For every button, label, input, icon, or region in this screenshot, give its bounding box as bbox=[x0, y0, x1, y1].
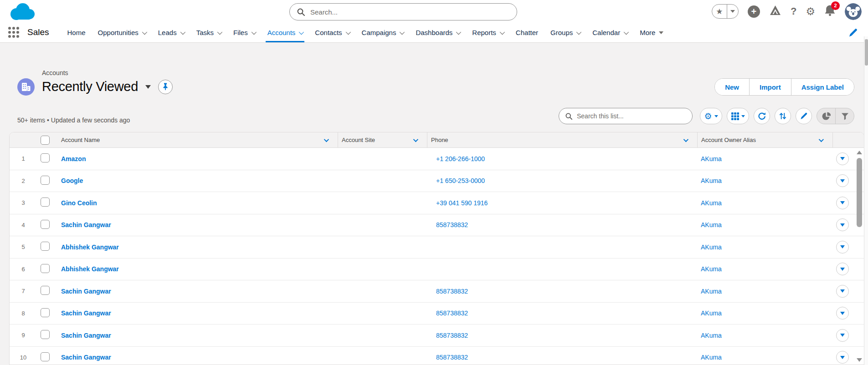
row-checkbox[interactable] bbox=[41, 220, 50, 229]
account-name-link[interactable]: Sachin Gangwar bbox=[61, 221, 111, 228]
account-name-link[interactable]: Sachin Gangwar bbox=[61, 288, 111, 295]
owner-alias-link[interactable]: AKuma bbox=[701, 332, 722, 339]
phone-link[interactable]: 858738832 bbox=[436, 309, 468, 317]
list-view-controls-button[interactable]: ⚙ bbox=[700, 108, 722, 124]
phone-link[interactable]: +1 650-253-0000 bbox=[436, 177, 485, 184]
setup-gear-icon[interactable]: ⚙ bbox=[806, 6, 815, 17]
column-header-account-site[interactable]: Account Site bbox=[338, 132, 427, 148]
nav-item-opportunities[interactable]: Opportunities bbox=[98, 23, 146, 42]
inline-edit-button[interactable] bbox=[796, 108, 812, 124]
assign-label-button[interactable]: Assign Label bbox=[791, 79, 854, 95]
scroll-down-arrow-icon[interactable] bbox=[857, 358, 862, 362]
nav-item-reports[interactable]: Reports bbox=[472, 23, 503, 42]
row-actions-button[interactable] bbox=[836, 241, 849, 253]
row-actions-button[interactable] bbox=[836, 307, 849, 319]
owner-alias-link[interactable]: AKuma bbox=[701, 199, 722, 207]
owner-alias-link[interactable]: AKuma bbox=[701, 309, 722, 317]
edit-nav-pencil-icon[interactable] bbox=[848, 28, 858, 40]
row-actions-button[interactable] bbox=[836, 263, 849, 275]
select-all-checkbox[interactable] bbox=[41, 136, 50, 145]
row-actions-button[interactable] bbox=[836, 285, 849, 298]
nav-item-chatter[interactable]: Chatter bbox=[516, 23, 538, 42]
row-checkbox[interactable] bbox=[41, 153, 50, 162]
row-actions-button[interactable] bbox=[836, 197, 849, 209]
column-header-account-name[interactable]: Account Name bbox=[57, 132, 338, 148]
phone-link[interactable]: 858738832 bbox=[436, 332, 468, 339]
row-checkbox[interactable] bbox=[41, 330, 50, 339]
owner-alias-link[interactable]: AKuma bbox=[701, 288, 722, 295]
owner-alias-link[interactable]: AKuma bbox=[701, 221, 722, 228]
account-name-link[interactable]: Sachin Gangwar bbox=[61, 309, 111, 317]
nav-item-home[interactable]: Home bbox=[67, 23, 86, 42]
owner-alias-link[interactable]: AKuma bbox=[701, 155, 722, 162]
guidance-center-icon[interactable] bbox=[769, 5, 781, 19]
notifications-bell-icon[interactable]: 2 bbox=[824, 5, 836, 19]
filter-button[interactable] bbox=[836, 108, 854, 124]
global-actions-button[interactable]: + bbox=[748, 5, 760, 18]
phone-link[interactable]: +39 041 590 1916 bbox=[436, 199, 488, 207]
phone-link[interactable]: 858738832 bbox=[436, 221, 468, 228]
nav-item-contacts[interactable]: Contacts bbox=[315, 23, 349, 42]
refresh-icon bbox=[758, 112, 766, 121]
chevron-down-icon bbox=[251, 29, 256, 34]
row-checkbox[interactable] bbox=[41, 176, 50, 185]
global-search-input[interactable] bbox=[310, 8, 502, 16]
import-button[interactable]: Import bbox=[750, 79, 791, 95]
favorites-star-icon[interactable]: ★ bbox=[712, 7, 727, 16]
column-header-account-owner-alias[interactable]: Account Owner Alias bbox=[697, 132, 832, 148]
row-checkbox[interactable] bbox=[41, 308, 50, 317]
app-nav-bar: Sales HomeOpportunitiesLeadsTasksFilesAc… bbox=[0, 23, 868, 43]
pin-list-button[interactable] bbox=[158, 80, 173, 94]
refresh-button[interactable] bbox=[754, 108, 770, 124]
account-name-link[interactable]: Abhishek Gangwar bbox=[61, 243, 119, 251]
nav-item-leads[interactable]: Leads bbox=[158, 23, 184, 42]
new-button[interactable]: New bbox=[715, 79, 750, 95]
caret-down-icon bbox=[741, 115, 745, 117]
account-name-link[interactable]: Sachin Gangwar bbox=[61, 332, 111, 339]
scroll-up-arrow-icon[interactable] bbox=[857, 151, 862, 154]
row-actions-button[interactable] bbox=[836, 218, 849, 231]
account-name-link[interactable]: Gino Ceolin bbox=[61, 199, 97, 207]
list-view-selector-caret[interactable] bbox=[145, 85, 151, 89]
nav-item-tasks[interactable]: Tasks bbox=[196, 23, 221, 42]
account-name-link[interactable]: Amazon bbox=[61, 155, 86, 162]
owner-alias-link[interactable]: AKuma bbox=[701, 354, 722, 361]
nav-item-campaigns[interactable]: Campaigns bbox=[362, 23, 404, 42]
row-actions-button[interactable] bbox=[836, 152, 849, 165]
page-scrollbar-thumb[interactable] bbox=[865, 39, 868, 66]
app-launcher-icon[interactable] bbox=[8, 27, 20, 39]
account-name-link[interactable]: Google bbox=[61, 177, 83, 184]
phone-link[interactable]: +1 206-266-1000 bbox=[436, 155, 485, 162]
row-checkbox[interactable] bbox=[41, 264, 50, 273]
row-checkbox[interactable] bbox=[41, 198, 50, 207]
table-row: 7Sachin Gangwar858738832AKuma bbox=[10, 280, 864, 303]
row-checkbox[interactable] bbox=[41, 286, 50, 295]
account-name-link[interactable]: Sachin Gangwar bbox=[61, 354, 111, 361]
nav-item-dashboards[interactable]: Dashboards bbox=[416, 23, 460, 42]
display-as-button[interactable] bbox=[727, 108, 749, 124]
phone-link[interactable]: 858738832 bbox=[436, 288, 468, 295]
column-header-phone[interactable]: Phone bbox=[427, 132, 697, 148]
charts-button[interactable] bbox=[817, 108, 835, 124]
row-actions-button[interactable] bbox=[836, 351, 849, 364]
owner-alias-link[interactable]: AKuma bbox=[701, 265, 722, 273]
nav-item-files[interactable]: Files bbox=[233, 23, 255, 42]
row-actions-button[interactable] bbox=[836, 329, 849, 342]
nav-item-accounts[interactable]: Accounts bbox=[267, 23, 303, 42]
owner-alias-link[interactable]: AKuma bbox=[701, 177, 722, 184]
owner-alias-link[interactable]: AKuma bbox=[701, 243, 722, 251]
scrollbar-thumb[interactable] bbox=[857, 158, 862, 227]
row-checkbox[interactable] bbox=[41, 352, 50, 361]
nav-item-groups[interactable]: Groups bbox=[550, 23, 580, 42]
help-icon[interactable]: ? bbox=[791, 5, 796, 17]
nav-item-calendar[interactable]: Calendar bbox=[592, 23, 627, 42]
phone-link[interactable]: 858738832 bbox=[436, 354, 468, 361]
nav-item-more[interactable]: More bbox=[640, 23, 663, 42]
sort-button[interactable] bbox=[775, 108, 791, 124]
row-checkbox[interactable] bbox=[41, 242, 50, 251]
row-actions-button[interactable] bbox=[836, 174, 849, 187]
list-search-input[interactable] bbox=[577, 112, 682, 120]
account-name-link[interactable]: Abhishek Gangwar bbox=[61, 265, 119, 273]
user-avatar[interactable] bbox=[845, 3, 862, 20]
favorites-dropdown-button[interactable] bbox=[727, 10, 738, 13]
